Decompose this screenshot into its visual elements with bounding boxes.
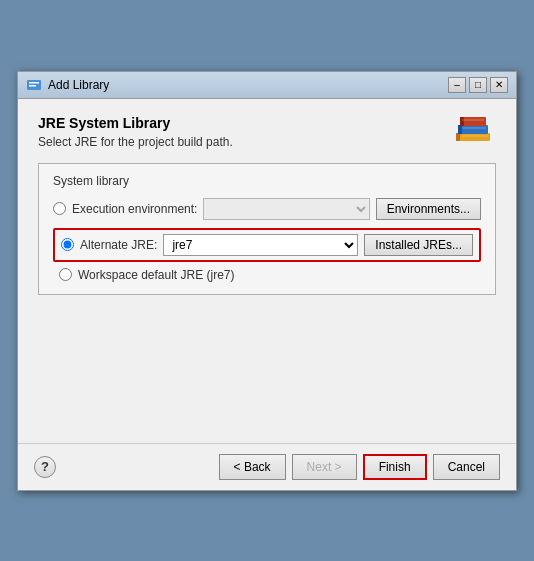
workspace-jre-radio[interactable] [59,268,72,281]
group-label: System library [53,174,481,188]
alternate-jre-row: Alternate JRE: jre7 Installed JREs... [61,234,473,256]
main-window: Add Library – □ ✕ [17,71,517,491]
help-button[interactable]: ? [34,456,56,478]
footer-right: < Back Next > Finish Cancel [219,454,500,480]
alternate-jre-select[interactable]: jre7 [163,234,358,256]
alternate-jre-label: Alternate JRE: [80,238,157,252]
workspace-jre-label: Workspace default JRE (jre7) [78,268,235,282]
svg-rect-4 [456,133,460,141]
page-title: JRE System Library [38,115,496,131]
empty-area [38,307,496,427]
finish-button[interactable]: Finish [363,454,427,480]
svg-rect-8 [460,117,464,126]
svg-rect-2 [29,85,36,87]
page-subtitle: Select JRE for the project build path. [38,135,496,149]
cancel-button[interactable]: Cancel [433,454,500,480]
maximize-button[interactable]: □ [469,77,487,93]
footer-left: ? [34,456,56,478]
titlebar-left: Add Library [26,77,109,93]
next-button[interactable]: Next > [292,454,357,480]
workspace-row: Workspace default JRE (jre7) [53,266,481,284]
back-button[interactable]: < Back [219,454,286,480]
execution-env-label: Execution environment: [72,202,197,216]
alternate-jre-highlighted: Alternate JRE: jre7 Installed JREs... [53,228,481,262]
close-button[interactable]: ✕ [490,77,508,93]
titlebar: Add Library – □ ✕ [18,72,516,99]
window-title: Add Library [48,78,109,92]
dialog-content: JRE System Library Select JRE for the pr… [18,99,516,443]
execution-env-select[interactable] [203,198,369,220]
svg-rect-6 [458,125,462,134]
execution-env-radio[interactable] [53,202,66,215]
svg-rect-1 [29,82,39,84]
page-header: JRE System Library Select JRE for the pr… [38,115,496,149]
svg-rect-3 [456,133,490,141]
alternate-jre-radio[interactable] [61,238,74,251]
execution-env-row: Execution environment: Environments... [53,198,481,220]
system-library-group: System library Execution environment: En… [38,163,496,295]
environments-button[interactable]: Environments... [376,198,481,220]
header-book-icon [452,111,496,154]
minimize-button[interactable]: – [448,77,466,93]
window-icon [26,77,42,93]
svg-rect-5 [458,125,488,134]
installed-jres-button[interactable]: Installed JREs... [364,234,473,256]
footer: ? < Back Next > Finish Cancel [18,443,516,490]
titlebar-buttons: – □ ✕ [448,77,508,93]
